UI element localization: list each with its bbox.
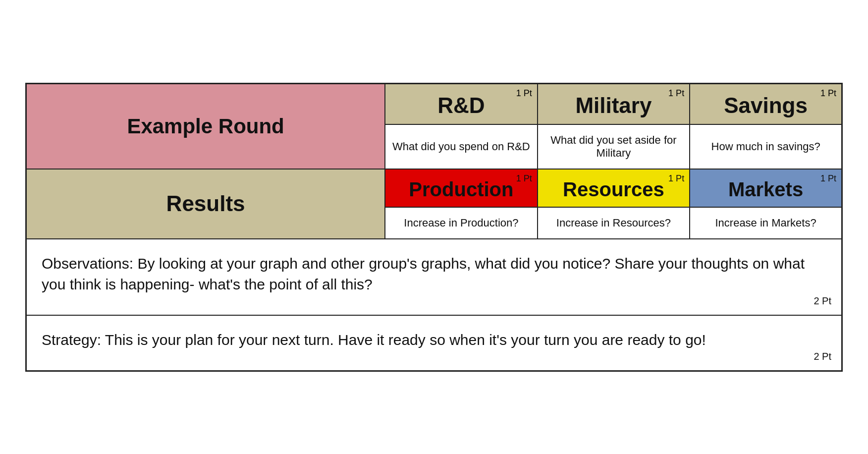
observations-row: Observations: By looking at your graph a… [26,239,842,315]
example-round-cell: Example Round [26,83,385,169]
strategy-text: Strategy: This is your plan for your nex… [42,332,706,348]
markets-label: Markets [728,178,803,200]
results-cell: Results [26,169,385,239]
savings-sub-question: How much in savings? [690,124,842,169]
markets-header: 1 Pt Markets [690,169,842,207]
resources-header: 1 Pt Resources [538,169,690,207]
observations-cell: Observations: By looking at your graph a… [26,239,842,315]
example-round-title: Example Round [127,114,284,138]
savings-header: 1 Pt Savings [690,83,842,124]
production-header: 1 Pt Production [385,169,537,207]
savings-label: Savings [724,93,808,117]
resources-label: Resources [563,178,664,200]
military-label: Military [575,93,651,117]
strategy-cell: Strategy: This is your plan for your nex… [26,315,842,371]
markets-sub-question: Increase in Markets? [690,207,842,239]
strategy-row: Strategy: This is your plan for your nex… [26,315,842,371]
production-sub-question: Increase in Production? [385,207,537,239]
strategy-pt: 2 Pt [814,349,831,363]
savings-pt-label: 1 Pt [820,88,836,99]
results-title: Results [166,191,245,216]
rd-sub-question: What did you spend on R&D [385,124,537,169]
rd-label: R&D [437,93,485,117]
production-label: Production [409,178,513,200]
markets-pt-label: 1 Pt [820,173,836,184]
observations-pt: 2 Pt [814,294,831,308]
header-row: Example Round 1 Pt R&D 1 Pt Military 1 P… [26,83,842,124]
military-header: 1 Pt Military [538,83,690,124]
results-header-row: Results 1 Pt Production 1 Pt Resources 1… [26,169,842,207]
production-pt-label: 1 Pt [516,173,532,184]
resources-sub-question: Increase in Resources? [538,207,690,239]
military-pt-label: 1 Pt [668,88,684,99]
resources-pt-label: 1 Pt [668,173,684,184]
observations-text: Observations: By looking at your graph a… [42,255,805,292]
military-sub-question: What did you set aside for Military [538,124,690,169]
rd-pt-label: 1 Pt [516,88,532,99]
rd-header: 1 Pt R&D [385,83,537,124]
